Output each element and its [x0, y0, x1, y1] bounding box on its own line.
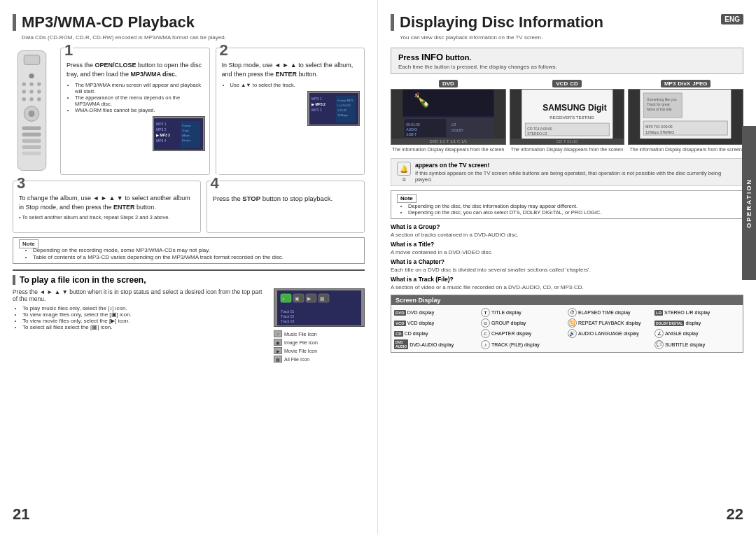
step-1-bullet-3: WMA-DRM files cannot be played. [75, 107, 205, 113]
step-1-content: Press the OPEN/CLOSE button to open the … [66, 61, 205, 78]
sd-item-dvdaudio: DVDAUDIO DVD-AUDIO display [394, 339, 479, 349]
sd-item-group: G GROUP display [481, 318, 566, 328]
display-screen-mp3: Something like you Track for great More … [628, 89, 743, 145]
sd-icon-repeat: 🔁 [568, 318, 577, 328]
sd-icon-title: T [481, 308, 490, 317]
eng-badge: ENG [721, 14, 743, 24]
sd-label-angle: ANGLE display [665, 331, 698, 336]
svg-text:Lv1 Fld 02: Lv1 Fld 02 [337, 104, 351, 107]
svg-text:MP3 1: MP3 1 [312, 97, 322, 101]
sd-label-track: TRACK (FILE) display [491, 342, 540, 347]
sd-icon-subtitle: 💬 [654, 340, 664, 349]
step-1-num: 1 [64, 41, 73, 59]
step-2-content: In Stop mode, use ◄ ► ▲ to select the al… [222, 61, 360, 78]
note-right-item-1: Depending on the disc, the disc informat… [408, 203, 737, 209]
steps-1-2: 1 Press the OPEN/CLOSE button to open th… [13, 48, 365, 175]
svg-text:AUDIO: AUDIO [406, 127, 417, 132]
sd-item-title: T TITLE display [481, 308, 566, 317]
svg-text:Track 01: Track 01 [281, 309, 294, 314]
sd-icon-audio: 🔊 [568, 329, 577, 338]
lower-bullets: To play music files only, select the [♪]… [22, 305, 268, 330]
svg-text:CD T01  0:00:00: CD T01 0:00:00 [527, 127, 552, 131]
note-item-2: Table of contents of a MP3-CD varies dep… [33, 254, 358, 260]
page-num-left: 21 [13, 505, 29, 524]
svg-text:Something like you: Something like you [648, 97, 677, 101]
svg-text:MP3 3: MP3 3 [312, 108, 322, 112]
svg-text:LR: LR [451, 122, 456, 127]
svg-point-4 [37, 83, 41, 86]
svg-text:Album: Album [182, 134, 190, 137]
display-label-dvd: DVD [439, 80, 458, 87]
svg-point-8 [37, 90, 41, 93]
screen-display-grid: DVD DVD display T TITLE display ⏱ ELAPSE… [391, 305, 743, 352]
qa-item-2: What is a Title? A movie contained in a … [391, 240, 743, 255]
lower-section: To play a file icon in the screen, Press… [13, 269, 365, 363]
step-2-screen: MP3 1 ▶ MP3 2 MP3 3 Format MP3 Lv1 Fld 0… [307, 91, 360, 126]
icon-label-3: ▶ Movie File Icon [274, 347, 365, 354]
lower-bullet-2: To view image files only, select the [▣]… [22, 311, 268, 318]
sd-badge-lr: LR [654, 310, 663, 316]
qa-a-4: A section of video or a music file recor… [391, 284, 584, 290]
display-label-vcd: VCDCD [552, 80, 581, 87]
sd-label-chapter: CHAPTER display [491, 331, 531, 336]
svg-text:Format: Format [182, 124, 192, 127]
step-4-box: 4 Press the STOP button to stop playback… [206, 181, 365, 233]
display-label-mp3: MP3DivXJPEG [661, 80, 711, 87]
sd-label-dolby: display [685, 321, 701, 325]
sd-item-dvd: DVD DVD display [394, 308, 479, 317]
sd-item-repeat: 🔁 REPEAT PLAYBACK display [568, 318, 653, 328]
icon-image: ▣ [274, 339, 282, 346]
svg-rect-16 [22, 139, 41, 143]
step-3-content: To change the album, use ◄ ► ▲ ▼ to sele… [19, 194, 196, 211]
icon-movie: ▶ [274, 347, 282, 354]
svg-point-2 [29, 73, 34, 78]
lower-bullet-4: To select all files select the [▦] icon. [22, 324, 268, 330]
qa-q-2: What is a Title? [391, 241, 434, 248]
lower-content: Press the ◄ ► ▲ ▼ button when it is in s… [13, 288, 365, 363]
step-2-bullets: Use ▲▼ to select the track. [230, 82, 360, 88]
step-1-screen: MP3 1 MP3 2 ▶ MP3 3 MP3 4 Format Track A… [153, 116, 205, 151]
svg-text:DOLBY: DOLBY [451, 128, 464, 132]
sd-label-vcd: VCD display [407, 321, 435, 325]
sd-item-cd: CD CD display [394, 329, 479, 338]
sd-badge-dvdaudio: DVDAUDIO [394, 339, 408, 349]
svg-text:00:01:00: 00:01:00 [406, 122, 420, 127]
step-3-box: 3 To change the album, use ◄ ► ▲ ▼ to se… [13, 181, 201, 233]
info-press-text: Press INFO button. [398, 52, 736, 62]
qa-q-1: What is a Group? [391, 223, 440, 230]
note-right-label: Note [397, 194, 416, 203]
sd-label-lr: STEREO L/R display [664, 310, 710, 315]
right-title: Displaying Disc Information [391, 14, 743, 31]
qa-a-1: A section of tracks contained in a DVD-A… [391, 232, 519, 238]
icon-labels: ♪ Music File Icon ▣ Image File Icon ▶ Mo… [274, 330, 365, 363]
qa-q-3: What is a Chapter? [391, 258, 444, 265]
sd-icon-angle: ∠ [654, 329, 664, 338]
appears-main: appears on the TV screen! [415, 162, 489, 169]
svg-point-5 [29, 83, 33, 86]
sd-item-angle: ∠ ANGLE display [654, 329, 740, 338]
note-right: Note Depending on the disc, the disc inf… [391, 190, 743, 219]
operation-sidebar: OPERATION [742, 126, 756, 280]
page-num-right: 22 [727, 505, 743, 524]
lower-title: To play a file icon in the screen, [13, 275, 365, 285]
sd-item-track: ♪ TRACK (FILE) display [481, 339, 566, 349]
steps-3-4: 3 To change the album, use ◄ ► ▲ ▼ to se… [13, 181, 365, 233]
icon-label-1: ♪ Music File Icon [274, 330, 365, 337]
svg-text:▶ MP3 3: ▶ MP3 3 [156, 133, 170, 137]
display-caption-dvd: The information Display disappears from … [392, 146, 504, 153]
step-2-bullet-1: Use ▲▼ to select the track. [230, 82, 360, 88]
svg-text:Track 03: Track 03 [281, 319, 294, 323]
display-row: DVD 00:01:00 AUDIO SUB-T LR DOLBY 🍾 DVD … [391, 80, 743, 153]
svg-text:MP3 2: MP3 2 [156, 127, 167, 132]
svg-point-10 [29, 97, 33, 101]
svg-text:MP3 4: MP3 4 [156, 139, 167, 143]
qa-q-4: What is a Track (File)? [391, 276, 454, 283]
svg-point-13 [29, 111, 35, 117]
sd-label-group: GROUP display [491, 321, 526, 325]
info-keyword: INFO [421, 52, 443, 62]
display-screen-vcd: SAMSUNG Digit RECEIVER'S TESTING CD T01 … [510, 89, 625, 145]
left-title: MP3/WMA-CD Playback [13, 14, 365, 31]
sd-item-empty [568, 339, 653, 349]
note-right-item-2: Depending on the disc, you can also sele… [408, 209, 737, 216]
svg-text:▦: ▦ [320, 296, 325, 301]
